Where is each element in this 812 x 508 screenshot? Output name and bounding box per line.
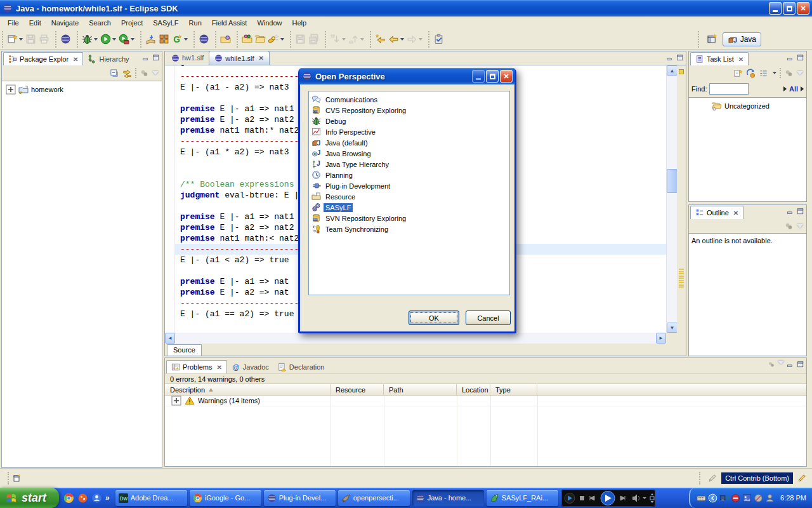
tab-problems[interactable]: Problems ✕: [166, 360, 227, 373]
perspective-item-planning[interactable]: Planning: [310, 170, 508, 180]
link-with-editor-icon[interactable]: [122, 69, 132, 78]
backstar-button[interactable]: [374, 32, 387, 46]
perspective-item-cvs-repository-exploring[interactable]: CVSCVS Repository Exploring: [310, 105, 508, 116]
maximize-view-icon[interactable]: [797, 361, 804, 368]
collapse-all-icon[interactable]: [110, 69, 119, 78]
hide-icons-icon[interactable]: [708, 493, 717, 503]
taskcheck-button[interactable]: [432, 32, 445, 46]
taskbar-task-igoogle-go[interactable]: iGoogle - Go...: [190, 490, 261, 506]
forward-button[interactable]: [405, 32, 424, 46]
run-dropdown-icon[interactable]: [112, 38, 116, 41]
java-perspective-button[interactable]: J Java: [723, 32, 761, 46]
taskbar-task-adobe-drea[interactable]: DwAdobe Drea...: [115, 490, 187, 506]
maximize-view-icon[interactable]: [797, 208, 804, 215]
find-input[interactable]: [709, 83, 749, 95]
print-button[interactable]: [37, 32, 51, 46]
tab-hierarchy[interactable]: Hierarchy: [83, 52, 133, 65]
close-tab-icon[interactable]: ✕: [214, 364, 221, 371]
tab-declaration[interactable]: Declaration: [273, 360, 329, 373]
dialog-minimize-button[interactable]: [472, 70, 485, 83]
all-link[interactable]: All: [789, 85, 798, 93]
column-header-description[interactable]: Description: [165, 384, 331, 396]
column-header-type[interactable]: Type: [490, 384, 537, 396]
menu-project[interactable]: Project: [116, 17, 148, 29]
categorize-icon[interactable]: [759, 69, 768, 78]
tab-package-explorer[interactable]: Package Explor ✕: [3, 52, 83, 65]
ok-button[interactable]: OK: [409, 311, 459, 325]
perspective-item-team-synchronizing[interactable]: Team Synchronizing: [310, 224, 508, 234]
perspective-item-plug-in-development[interactable]: Plug-in Development: [310, 180, 508, 191]
perspective-item-sasylf[interactable]: SASyLF: [310, 202, 508, 213]
perspective-item-communications[interactable]: Communications: [310, 94, 508, 105]
overview-marker[interactable]: [679, 69, 684, 74]
back-button[interactable]: [387, 32, 405, 46]
occurrence-marker[interactable]: [679, 280, 684, 281]
perspective-list[interactable]: CommunicationsCVSCVS Repository Explorin…: [308, 91, 510, 295]
display-tray-icon[interactable]: [742, 493, 752, 503]
messenger-quicklaunch-icon[interactable]: [91, 493, 102, 504]
plugingrid-button[interactable]: [157, 32, 171, 46]
minimize-view-icon[interactable]: [787, 208, 794, 215]
ext-dropdown-icon[interactable]: [131, 38, 134, 41]
menu-field-assist[interactable]: Field Assist: [207, 17, 252, 29]
user-tray-icon[interactable]: [765, 493, 775, 503]
forward-dropdown-icon[interactable]: [419, 38, 422, 41]
perspective-item-java-type-hierarchy[interactable]: JJava Type Hierarchy: [310, 159, 508, 170]
taskbar-task-sasylf-rai[interactable]: SASyLF_RAi...: [487, 490, 558, 506]
scroll-left-icon[interactable]: ◄: [165, 333, 175, 344]
opentype-button[interactable]: [219, 32, 232, 46]
taskbar-task-openpersecti[interactable]: openpersecti...: [338, 490, 410, 506]
menu-run[interactable]: Run: [184, 17, 207, 29]
save-button[interactable]: [294, 32, 307, 46]
problems-table[interactable]: Warnings (14 items): [165, 395, 806, 466]
tab-outline[interactable]: Outline ✕: [690, 206, 743, 219]
occurrence-marker[interactable]: [679, 282, 684, 283]
close-tab-icon[interactable]: ✕: [737, 56, 743, 63]
close-tab-icon[interactable]: ✕: [71, 56, 78, 63]
task-category-uncategorized[interactable]: Uncategorized: [689, 98, 806, 111]
filters-icon[interactable]: [768, 361, 775, 368]
prev-arrow-icon[interactable]: [783, 86, 787, 91]
dialog-close-button[interactable]: ✕: [500, 70, 513, 83]
taskbar-task-java-home[interactable]: Java - home...: [412, 490, 484, 506]
vertical-scrollbar[interactable]: ▲ ▼: [666, 65, 677, 333]
sphere-button[interactable]: [59, 32, 72, 46]
view-menu-icon[interactable]: [152, 71, 159, 75]
close-tab-icon[interactable]: ✕: [257, 55, 264, 62]
perspective-item-info-perspective[interactable]: Info Perspective: [310, 126, 508, 137]
minimize-view-icon[interactable]: [787, 361, 794, 368]
bug-dropdown-icon[interactable]: [94, 38, 98, 41]
cancel-button[interactable]: Cancel: [466, 311, 511, 325]
back-dropdown-icon[interactable]: [400, 38, 404, 41]
minimize-view-icon[interactable]: [787, 54, 794, 62]
folderballs-button[interactable]: [240, 32, 254, 46]
expand-icon[interactable]: [6, 84, 16, 95]
minimize-window-button[interactable]: [769, 2, 782, 15]
expand-icon[interactable]: [171, 396, 181, 406]
quicklaunch-overflow-icon[interactable]: »: [105, 493, 110, 502]
maximize-view-icon[interactable]: [797, 54, 804, 62]
media-player-toolbar[interactable]: [561, 490, 658, 507]
view-menu-icon[interactable]: [797, 224, 803, 228]
filters-icon[interactable]: [784, 69, 794, 78]
minimize-view-icon[interactable]: [142, 54, 150, 62]
save-button[interactable]: [24, 32, 37, 46]
occurrence-marker[interactable]: [679, 286, 684, 288]
occurrence-marker[interactable]: [679, 284, 684, 286]
antivirus-tray-icon[interactable]: [731, 493, 740, 503]
source-tab[interactable]: Source: [167, 344, 202, 356]
editor-tab-while1-slf[interactable]: while1.slf✕: [209, 51, 270, 65]
task-list-content[interactable]: Uncategorized: [689, 97, 806, 201]
network-tray-icon[interactable]: [719, 493, 729, 503]
taskbar-task-plug-in-devel[interactable]: Plug-in Devel...: [264, 490, 336, 506]
occurrence-marker[interactable]: [679, 271, 684, 272]
ext-button[interactable]: [117, 32, 136, 46]
close-window-button[interactable]: ✕: [797, 2, 809, 15]
perspective-item-java-default[interactable]: JJava (default): [310, 137, 508, 148]
scroll-up-icon[interactable]: ▲: [667, 65, 678, 76]
table-row-warnings[interactable]: Warnings (14 items): [165, 396, 806, 406]
new-wizard-dropdown-icon[interactable]: [19, 38, 23, 41]
updateg-button[interactable]: G: [171, 32, 189, 46]
app-quicklaunch-icon[interactable]: [77, 493, 88, 504]
tree-item-homework[interactable]: homework: [2, 81, 162, 95]
